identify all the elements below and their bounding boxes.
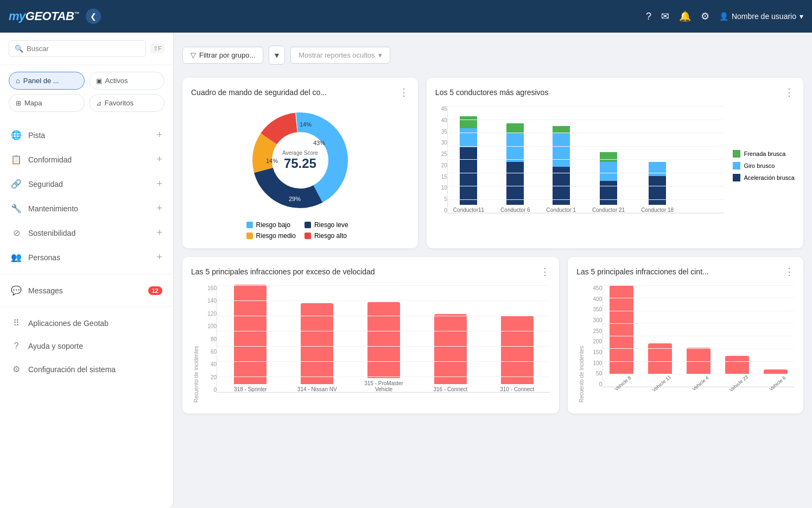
seat-bar-fill-v8 [610,285,633,374]
seat-bar-fill-v6 [764,369,788,374]
bar-conductor6: Conductor 6 [500,123,530,213]
sidebar-item-conformidad[interactable]: 📋 Conformidad + [0,147,173,172]
sidebar-item-apps[interactable]: ⠿ Aplicaciones de Geotab [0,311,173,335]
seg-blue-11 [460,128,477,147]
user-icon: 👤 [719,12,728,21]
card3-menu[interactable]: ⋮ [540,266,550,278]
notification-icon[interactable]: 🔔 [679,10,691,22]
collapse-button[interactable]: ❮ [86,9,101,24]
tab-favoritos[interactable]: ⊿ Favoritos [89,94,165,112]
conformidad-plus-icon[interactable]: + [156,154,162,165]
donut-chart: 43% 29% 14% 14% Average Score 75.25 [246,106,354,215]
pista-icon: 🌐 [11,130,22,140]
card3-title: Las 5 principales infracciones por exces… [191,267,375,276]
chart-legend: Riesgo bajo Riesgo leve Riesgo medio [246,221,354,240]
sidebar-item-seguridad[interactable]: 🔗 Seguridad + [0,172,173,196]
grid-line [448,106,725,106]
mapa-label: Mapa [24,99,42,107]
conformidad-icon: 📋 [11,154,22,165]
sidebar-item-pista[interactable]: 🌐 Pista + [0,123,173,147]
card4-menu[interactable]: ⋮ [784,266,795,278]
logo-geotab: GEOTAB [26,9,74,23]
settings-icon[interactable]: ⚙ [701,10,709,22]
nav-tabs: ⌂ Panel de ... ▣ Activos ⊞ Mapa ⊿ Favori… [0,65,173,118]
filter-group-button[interactable]: ▽ Filtrar por grupo... [182,47,263,64]
search-field-wrapper[interactable]: 🔍 [9,40,146,57]
bar-stack-6 [506,123,524,205]
reports-button[interactable]: Mostrar reportes ocultos ▾ [290,47,390,64]
seg-blue-18 [649,162,666,176]
ya-160: 160 [201,285,217,291]
tab-mapa[interactable]: ⊞ Mapa [9,94,85,112]
legend-green-label: Frenada brusca [744,150,785,157]
yb-250: 250 [587,328,602,334]
personas-plus-icon[interactable]: + [156,252,162,263]
sidebar-item-mantenimiento[interactable]: 🔧 Mantenimiento + [0,196,173,221]
seat-label-v4: Vehicle 4 [691,375,709,392]
card1-title: Cuadro de mando de seguridad del co... [191,88,327,97]
seat-label-v6: Vehicle 6 [768,375,786,392]
main-layout: 🔍 ⇧F ⌂ Panel de ... ▣ Activos ⊞ Mapa ⊿ F… [0,33,812,508]
speed-bar-316: 316 - Connect [422,314,478,392]
sidebar-item-messages[interactable]: 💬 Messages 12 [0,279,173,302]
legend-riesgo-bajo: Riesgo bajo [246,221,296,229]
seat-label-v8: Vehicle 8 [614,375,632,392]
pista-plus-icon[interactable]: + [156,129,162,141]
sostenibilidad-label: Sostenibilidad [28,229,75,237]
grid-line [448,173,725,173]
speed-label-315: 315 - ProMaster Vehicle [356,380,412,392]
card2-bars: Conductor11 Conductor 6 [447,106,725,214]
card3-header: Las 5 principales infracciones por exces… [191,266,550,278]
messages-icon: 💬 [11,285,22,296]
yb-150: 150 [587,349,602,355]
card1-menu[interactable]: ⋮ [399,86,409,98]
tab-panel[interactable]: ⌂ Panel de ... [9,72,85,90]
y-30: 30 [435,140,447,146]
tab-activos[interactable]: ▣ Activos [89,72,165,90]
help-icon[interactable]: ? [646,11,651,22]
card1-header: Cuadro de mando de seguridad del co... ⋮ [191,86,409,98]
speed-bar-fill-316 [434,314,467,384]
dashboard-row-1: Cuadro de mando de seguridad del co... ⋮ [182,78,803,248]
yb-0: 0 [587,381,602,387]
seat-bar-fill-v4 [687,348,710,374]
user-dropdown-arrow: ▾ [800,12,803,21]
header-right: ? ✉ 🔔 ⚙ 👤 Nombre de usuario ▾ [646,10,803,22]
search-input[interactable] [27,45,140,53]
card2-legend: Frenada brusca Giro brusco Aceleración b… [733,106,795,225]
sostenibilidad-plus-icon[interactable]: + [156,227,162,239]
user-menu[interactable]: 👤 Nombre de usuario ▾ [719,12,803,21]
username-label: Nombre de usuario [732,12,796,21]
yb-350: 350 [587,306,602,312]
personas-label: Personas [28,253,60,262]
ya-120: 120 [201,311,217,317]
card2-y-axis: 0 5 10 15 20 25 30 35 40 45 [435,106,447,225]
nav-menu: 🌐 Pista + 📋 Conformidad + 🔗 Seguridad + [0,118,173,508]
yb-50: 50 [587,371,602,377]
mail-icon[interactable]: ✉ [661,10,669,22]
yb-400: 400 [587,296,602,302]
sidebar-item-personas[interactable]: 👥 Personas + [0,245,173,269]
y-45: 45 [435,106,447,112]
sidebar-item-sostenibilidad[interactable]: ⊘ Sostenibilidad + [0,221,173,245]
card4-y-axis: 0 50 100 150 200 250 300 350 400 450 [587,285,602,405]
seguridad-plus-icon[interactable]: + [156,178,162,190]
card2-menu[interactable]: ⋮ [784,86,795,98]
card4-bars: Vehicle 8 Vehicle 11 Vehicle 4 [602,285,795,387]
panel-icon: ⌂ [16,77,20,85]
apps-label: Aplicaciones de Geotab [28,319,109,328]
legend-green: Frenada brusca [733,150,795,158]
bar-stack-1 [553,126,570,205]
sidebar-item-config[interactable]: ⚙ Configuración del sistema [0,358,173,381]
dashboard-row-2: Las 5 principales infracciones por exces… [182,257,803,413]
grid-line [448,186,725,186]
y-35: 35 [435,129,447,135]
filter-dropdown[interactable]: ▾ [269,46,285,65]
sidebar-item-help[interactable]: ? Ayuda y soporte [0,335,173,358]
legend-riesgo-leve: Riesgo leve [304,221,354,229]
ya-40: 40 [201,361,217,367]
seg-darkblue-6 [506,162,524,205]
yb-450: 450 [587,285,602,291]
y-25: 25 [435,151,447,157]
mantenimiento-plus-icon[interactable]: + [156,203,162,214]
